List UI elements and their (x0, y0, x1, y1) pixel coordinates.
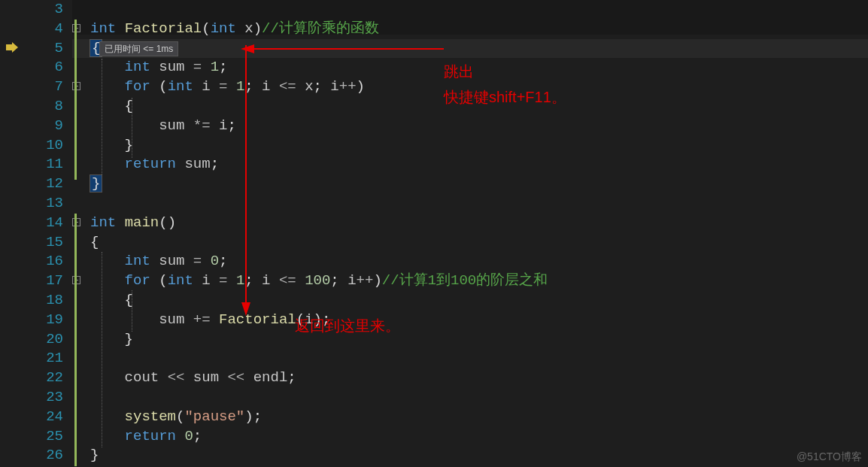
line-number: 15 (0, 233, 63, 253)
line-number: 26 (0, 446, 63, 465)
line-number: 22 (0, 368, 63, 388)
code-line (90, 194, 868, 214)
code-line: cout << sum << endl; (90, 368, 868, 388)
code-line: { (90, 39, 868, 59)
line-number-gutter: 3 4 5 6 7 8 9 10 11 12 13 14 15 16 17 18… (0, 0, 72, 467)
change-indicator (74, 20, 77, 180)
code-line: int sum = 0; (90, 252, 868, 271)
line-number: 14 (0, 214, 63, 233)
code-line: { (90, 233, 868, 253)
annotation-text: 跳出 (444, 62, 474, 82)
code-line: int Factorial(int x)//计算阶乘的函数 (90, 20, 868, 39)
line-number: 4 (0, 20, 63, 39)
line-number: 25 (0, 427, 63, 447)
line-number: 21 (0, 349, 63, 368)
line-number: 9 (0, 117, 63, 136)
line-number: 10 (0, 136, 63, 156)
line-number: 6 (0, 58, 63, 77)
line-number: 12 (0, 174, 63, 194)
annotation-text: 快捷键shift+F11。 (444, 87, 566, 108)
line-number: 20 (0, 330, 63, 350)
code-line: int sum = 1; (90, 58, 868, 77)
line-number: 19 (0, 311, 63, 330)
annotation-text: 返回到这里来。 (295, 316, 400, 336)
code-line: } (90, 174, 868, 194)
execution-pointer-icon (6, 42, 18, 54)
code-line: } (90, 330, 868, 350)
code-line: return 0; (90, 427, 868, 447)
change-indicator (74, 214, 77, 466)
line-number: 17 (0, 271, 63, 291)
code-line (90, 0, 868, 20)
code-line: } (90, 136, 868, 156)
line-number: 8 (0, 97, 63, 117)
line-number: 3 (0, 0, 63, 20)
line-number: 7 (0, 77, 63, 97)
code-line: int main() (90, 214, 868, 233)
svg-marker-0 (6, 42, 18, 53)
line-number: 13 (0, 194, 63, 214)
timing-tooltip: 已用时间 <= 1ms (99, 41, 178, 56)
code-line: for (int i = 1; i <= 100; i++)//计算1到100的… (90, 271, 868, 291)
line-number: 18 (0, 291, 63, 311)
line-number: 24 (0, 408, 63, 427)
code-line: return sum; (90, 155, 868, 174)
code-area[interactable]: int Factorial(int x)//计算阶乘的函数 { int sum … (90, 0, 868, 465)
code-line: } (90, 446, 868, 465)
code-line (90, 349, 868, 368)
watermark-text: @51CTO博客 (797, 450, 862, 464)
code-line: system("pause"); (90, 408, 868, 427)
line-number: 16 (0, 252, 63, 271)
code-line: sum *= i; (90, 117, 868, 136)
line-number: 23 (0, 388, 63, 408)
code-line: sum += Factorial(i); (90, 311, 868, 330)
code-line: { (90, 291, 868, 311)
code-editor[interactable]: 3 4 5 6 7 8 9 10 11 12 13 14 15 16 17 18… (0, 0, 868, 467)
code-line (90, 388, 868, 408)
line-number: 11 (0, 155, 63, 174)
